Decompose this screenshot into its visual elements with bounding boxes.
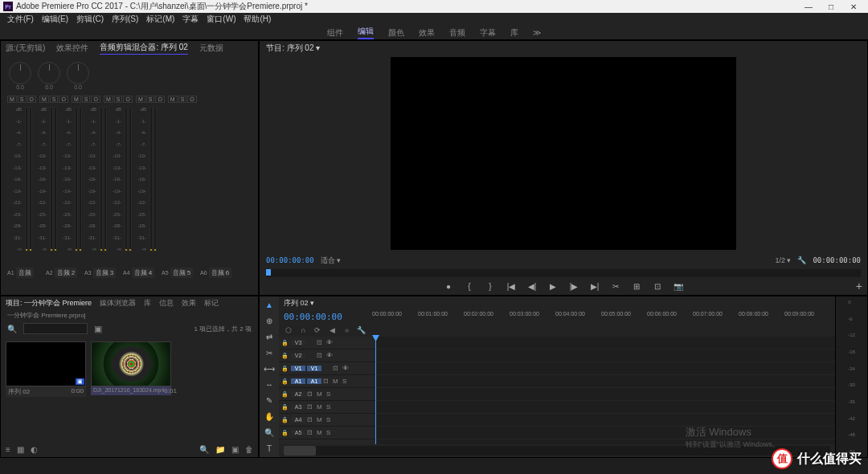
- goto-in-button[interactable]: |◀: [505, 280, 518, 292]
- workspace-color[interactable]: 颜色: [388, 27, 404, 39]
- timeline-tool-3[interactable]: ✂: [263, 347, 276, 358]
- new-bin-icon[interactable]: 📁: [215, 445, 225, 454]
- sequence-name[interactable]: 序列 02 ▾: [284, 298, 314, 309]
- trash-icon[interactable]: 🗑: [245, 445, 253, 454]
- menu-clip[interactable]: 剪辑(C): [72, 14, 108, 25]
- mso-m-button[interactable]: M: [72, 96, 81, 103]
- timeline-tool-4[interactable]: ⟷: [263, 363, 276, 374]
- audio-track-header[interactable]: 🔒A2⊡MS: [279, 388, 375, 401]
- workspace-effects[interactable]: 效果: [419, 27, 435, 39]
- workspace-editing[interactable]: 编辑: [358, 26, 374, 39]
- timeline-option[interactable]: ⬡: [284, 325, 293, 335]
- video-track-header[interactable]: 🔒V2⊡👁: [279, 349, 375, 362]
- tab-effects[interactable]: 效果: [182, 298, 196, 309]
- menu-file[interactable]: 文件(F): [3, 14, 38, 25]
- audio-track-header[interactable]: 🔒A3⊡MS: [279, 401, 375, 414]
- mso-m-button[interactable]: M: [7, 96, 17, 103]
- mixer-track-label[interactable]: A2音频 2: [46, 268, 84, 278]
- mso-m-button[interactable]: M: [136, 96, 145, 103]
- folder-icon[interactable]: ▣: [94, 324, 102, 334]
- mso-s-button[interactable]: S: [146, 96, 155, 103]
- camera-icon[interactable]: 📷: [672, 280, 685, 292]
- button-editor[interactable]: +: [856, 280, 862, 292]
- tab-audio-mixer[interactable]: 音频剪辑混合器: 序列 02: [100, 42, 187, 55]
- zoom-selector[interactable]: 1/2 ▾: [775, 256, 791, 264]
- pan-knob-2[interactable]: [38, 62, 60, 84]
- search-input[interactable]: [23, 323, 88, 334]
- video-track-header[interactable]: 🔒V1V1⊡👁: [279, 362, 375, 375]
- workspace-assembly[interactable]: 组件: [327, 27, 343, 39]
- workspace-titles[interactable]: 字幕: [480, 27, 496, 39]
- tab-markers[interactable]: 标记: [204, 298, 219, 309]
- scrollbar-thumb[interactable]: [284, 446, 316, 456]
- mixer-track-label[interactable]: A4音频 4: [123, 268, 162, 278]
- extract-button[interactable]: ⊞: [630, 280, 643, 292]
- timeline-tool-8[interactable]: 🔍: [263, 427, 276, 438]
- settings-icon[interactable]: 🔧: [797, 256, 806, 264]
- mso-o-button[interactable]: O: [27, 96, 36, 103]
- timeline-tool-6[interactable]: ✎: [263, 395, 276, 407]
- minimize-button[interactable]: —: [797, 0, 820, 13]
- mixer-track-label[interactable]: A6音频 6: [200, 268, 239, 278]
- timeline-option[interactable]: ⟐: [342, 325, 351, 335]
- fit-selector[interactable]: 适合 ▾: [321, 255, 342, 266]
- tab-libraries[interactable]: 库: [144, 298, 151, 309]
- mso-o-button[interactable]: O: [59, 96, 68, 103]
- freeform-icon[interactable]: ◐: [31, 445, 38, 454]
- mixer-track-label[interactable]: A5音频 5: [162, 268, 200, 278]
- timeline-option[interactable]: ◀: [327, 325, 337, 335]
- project-item-sequence[interactable]: ▣ 序列 020:00: [6, 341, 86, 397]
- icon-view-icon[interactable]: ▦: [17, 445, 24, 454]
- pan-knob-1[interactable]: [9, 62, 31, 84]
- mso-s-button[interactable]: S: [178, 96, 187, 103]
- workspace-library[interactable]: 库: [510, 27, 518, 39]
- step-fwd-button[interactable]: |▶: [567, 280, 580, 292]
- timeline-content[interactable]: [375, 337, 835, 444]
- in-point-button[interactable]: {: [463, 280, 476, 292]
- mso-o-button[interactable]: O: [155, 96, 164, 103]
- timeline-tool-0[interactable]: ▲: [263, 300, 276, 311]
- playhead-marker[interactable]: [266, 269, 271, 276]
- mso-o-button[interactable]: O: [91, 96, 100, 103]
- maximize-button[interactable]: □: [820, 0, 842, 13]
- timeline-tool-9[interactable]: T: [263, 443, 276, 454]
- tab-metadata[interactable]: 元数据: [199, 43, 223, 54]
- timeline-option[interactable]: ∩: [298, 325, 308, 335]
- mso-m-button[interactable]: M: [168, 96, 178, 103]
- list-view-icon[interactable]: ≡: [6, 445, 10, 454]
- goto-out-button[interactable]: ▶|: [588, 280, 601, 292]
- program-title[interactable]: 节目: 序列 02 ▾: [260, 41, 867, 55]
- find-icon[interactable]: 🔍: [199, 445, 209, 454]
- timeline-scrollbar[interactable]: [284, 446, 830, 456]
- timeline-option[interactable]: 🔧: [356, 325, 366, 335]
- workspace-overflow[interactable]: ≫: [533, 28, 541, 37]
- menu-sequence[interactable]: 序列(S): [108, 14, 142, 25]
- mixer-track-label[interactable]: A3音频 3: [84, 268, 123, 278]
- tab-project[interactable]: 项目: 一分钟学会 Premiere: [6, 298, 92, 309]
- tab-info[interactable]: 信息: [159, 298, 174, 309]
- menu-window[interactable]: 窗口(W): [203, 14, 240, 25]
- lift-button[interactable]: ✂: [609, 280, 622, 292]
- new-item-icon[interactable]: ▣: [231, 445, 239, 454]
- workspace-audio[interactable]: 音频: [449, 27, 465, 39]
- timeline-option[interactable]: ⟳: [313, 325, 322, 335]
- pan-knob-3[interactable]: [67, 62, 89, 84]
- step-back-button[interactable]: ◀|: [526, 280, 538, 292]
- menu-title[interactable]: 字幕: [178, 14, 203, 25]
- timeline-tool-7[interactable]: ✋: [263, 411, 276, 423]
- program-monitor[interactable]: [391, 57, 736, 250]
- play-button[interactable]: ▶: [547, 280, 559, 292]
- mso-s-button[interactable]: S: [50, 96, 59, 103]
- tab-media-browser[interactable]: 媒体浏览器: [100, 298, 136, 309]
- mso-o-button[interactable]: O: [123, 96, 132, 103]
- audio-track-header[interactable]: 🔒A1A1⊡MS: [279, 375, 375, 388]
- program-timecode[interactable]: 00:00:00:00: [266, 256, 314, 264]
- tab-effect-controls[interactable]: 效果控件: [56, 43, 88, 54]
- timeline-tool-1[interactable]: ⊕: [263, 316, 276, 327]
- timeline-tool-2[interactable]: ⇄: [263, 332, 276, 343]
- mso-m-button[interactable]: M: [104, 96, 113, 103]
- menu-marker[interactable]: 标记(M): [142, 14, 178, 25]
- mso-o-button[interactable]: O: [187, 96, 196, 103]
- mso-s-button[interactable]: S: [82, 96, 91, 103]
- export-frame-button[interactable]: ⊡: [651, 280, 664, 292]
